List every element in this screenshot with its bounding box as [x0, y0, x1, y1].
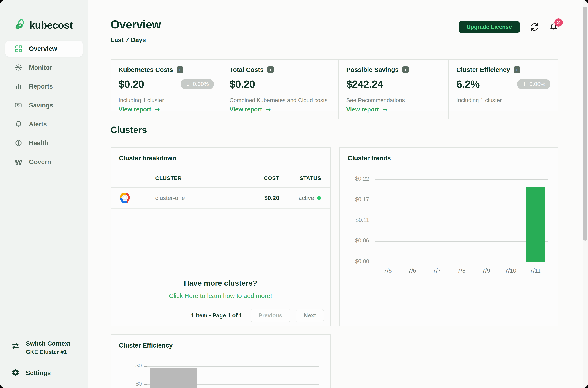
gridline	[375, 241, 547, 242]
arrow-right-icon: →	[383, 106, 387, 113]
arrow-down-icon: ↓	[522, 81, 527, 87]
settings-button[interactable]: Settings	[6, 368, 71, 377]
cluster-status: active	[279, 194, 321, 201]
status-dot-icon	[317, 196, 321, 200]
more-clusters-title: Have more clusters?	[111, 279, 330, 288]
page-header: Overview Last 7 Days Upgrade License	[111, 18, 558, 44]
info-icon[interactable]: i	[267, 66, 274, 73]
y-tick-label: $0	[111, 363, 142, 369]
x-tick-label: 7/11	[523, 267, 547, 274]
pagination-summary: 1 item • Page 1 of 1	[191, 312, 242, 319]
x-tick-label: 7/5	[375, 267, 400, 274]
cluster-cost: $0.20	[218, 194, 279, 201]
view-report-link[interactable]: View report→	[119, 106, 160, 113]
gridline	[375, 262, 547, 262]
bell-icon	[14, 120, 23, 128]
sidebar-item-monitor[interactable]: Monitor	[5, 60, 83, 75]
column-header-cluster: CLUSTER	[155, 175, 218, 181]
sidebar-item-savings[interactable]: Savings	[5, 97, 83, 113]
previous-page-button[interactable]: Previous	[251, 309, 290, 322]
current-context-value: GKE Cluster #1	[26, 349, 71, 355]
cluster-trends-card: Cluster trends $0.22$0.17$0.11$0.06$0.00…	[339, 147, 558, 326]
sidebar-item-label: Health	[29, 139, 48, 147]
y-tick-mark	[144, 366, 147, 366]
arrow-right-icon: →	[266, 106, 271, 113]
x-tick-label: 7/7	[425, 267, 449, 274]
x-tick-label: 7/10	[498, 267, 523, 274]
scrollbar-thumb[interactable]	[583, 6, 588, 241]
sidebar-nav: Overview Monitor Reports	[0, 41, 88, 170]
upgrade-license-button[interactable]: Upgrade License	[459, 21, 520, 33]
stat-card-cluster-efficiency: Cluster Efficiency i 6.2% ↓0.00% Includi…	[448, 60, 558, 120]
y-tick-label: $0.00	[340, 258, 369, 265]
bar-chart-icon	[14, 82, 23, 91]
stat-card-title: Possible Savings	[346, 66, 399, 73]
notifications-bell-button[interactable]: 2	[549, 22, 558, 32]
info-icon[interactable]: i	[177, 66, 183, 73]
x-tick-label: 7/8	[449, 267, 474, 274]
exclamation-circle-icon	[14, 139, 23, 147]
column-header-status: STATUS	[279, 175, 321, 181]
gridline	[147, 366, 319, 366]
money-icon	[14, 101, 23, 109]
refresh-button[interactable]	[530, 22, 539, 32]
grid-icon	[14, 45, 23, 53]
add-clusters-link[interactable]: Click Here to learn how to add more!	[169, 292, 272, 299]
sidebar-item-health[interactable]: Health	[5, 135, 83, 151]
y-tick-label: $0.11	[340, 217, 369, 223]
delta-badge: ↓0.00%	[180, 79, 214, 89]
switch-context-icon	[11, 342, 20, 350]
sidebar-item-alerts[interactable]: Alerts	[5, 116, 83, 132]
stat-card-title: Cluster Efficiency	[456, 66, 510, 73]
delta-badge: ↓0.00%	[517, 79, 550, 89]
arrow-down-icon: ↓	[186, 81, 190, 87]
clusters-section-heading: Clusters	[111, 125, 558, 135]
date-range-label: Last 7 Days	[111, 36, 161, 44]
y-tick-label: $0.22	[340, 175, 369, 182]
table-row[interactable]: cluster-one $0.20 active	[111, 188, 330, 209]
sidebar-item-label: Savings	[29, 102, 53, 109]
clusters-grid: Cluster breakdown CLUSTER COST STATUS	[111, 147, 558, 326]
x-tick-label: 7/9	[474, 267, 498, 274]
notification-count-badge: 2	[554, 18, 563, 27]
kubecost-logo: kubecost	[14, 19, 88, 31]
sidebar-item-govern[interactable]: Govern	[5, 154, 83, 170]
stat-card-possible-savings: Possible Savings i $242.24 See Recommend…	[338, 60, 448, 120]
page-title: Overview	[111, 18, 161, 31]
gridline	[375, 179, 547, 180]
stat-card-subtext: Combined Kubernetes and Cloud costs	[230, 97, 331, 104]
efficiency-bar	[150, 368, 197, 388]
view-report-link[interactable]: View report→	[346, 106, 387, 113]
stat-card-subtext: Including 1 cluster	[456, 97, 550, 104]
cluster-breakdown-title: Cluster breakdown	[119, 154, 176, 162]
pagination-bar: 1 item • Page 1 of 1 Previous Next	[111, 305, 330, 326]
brand-name: kubecost	[29, 19, 73, 31]
stat-card-title: Total Costs	[230, 66, 264, 73]
info-icon[interactable]: i	[402, 66, 409, 73]
sidebar-footer: Switch Context GKE Cluster #1 Settings	[6, 340, 71, 377]
stat-card-subtext: Including 1 cluster	[119, 97, 214, 104]
switch-context-label: Switch Context	[26, 340, 71, 347]
sidebar-item-reports[interactable]: Reports	[5, 78, 83, 94]
cluster-efficiency-chart: $0$0	[111, 356, 330, 388]
stat-card-subtext: See Recommendations	[346, 97, 441, 104]
sidebar-item-label: Govern	[29, 158, 51, 166]
stat-card-kubernetes-costs: Kubernetes Costs i $0.20 ↓0.00% Includin…	[111, 60, 222, 120]
trend-bar	[526, 187, 545, 262]
gridline	[375, 200, 547, 200]
cluster-name: cluster-one	[155, 194, 218, 201]
switch-context-button[interactable]: Switch Context GKE Cluster #1	[6, 340, 71, 355]
y-tick-label: $0.17	[340, 196, 369, 203]
more-clusters-prompt: Have more clusters? Click Here to learn …	[111, 269, 330, 305]
main-content: Overview Last 7 Days Upgrade License	[88, 0, 588, 388]
next-page-button[interactable]: Next	[296, 309, 324, 322]
barricade-icon	[14, 158, 23, 166]
sidebar: kubecost Overview Mo	[0, 0, 88, 388]
cluster-efficiency-card: Cluster Efficiency $0$0	[111, 335, 331, 388]
view-report-link[interactable]: View report→	[230, 106, 271, 113]
sidebar-item-label: Alerts	[29, 121, 47, 128]
arrow-right-icon: →	[155, 106, 160, 113]
table-header-row: CLUSTER COST STATUS	[111, 169, 330, 188]
info-icon[interactable]: i	[514, 66, 520, 73]
sidebar-item-overview[interactable]: Overview	[5, 41, 83, 57]
